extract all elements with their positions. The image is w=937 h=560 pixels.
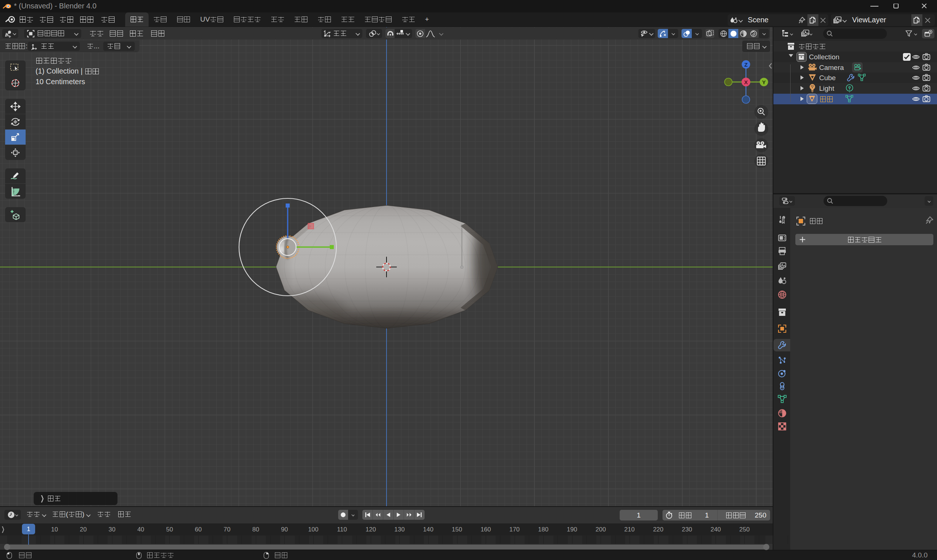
svg-text:X: X [744, 79, 748, 85]
svg-text:Y: Y [762, 79, 766, 85]
svg-text:Z: Z [744, 62, 748, 68]
